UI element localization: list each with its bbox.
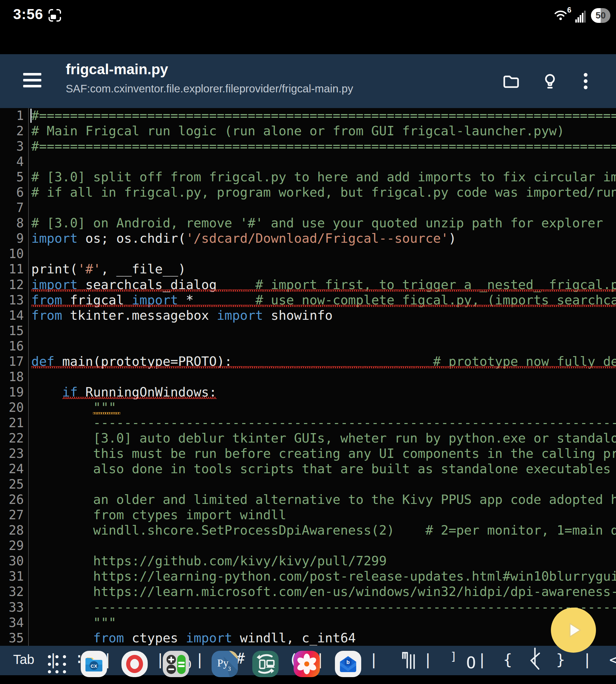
line-number: 31: [0, 569, 29, 584]
line-number: 9: [0, 231, 29, 246]
line-number: 20: [0, 400, 29, 415]
symbol-key[interactable]: |: [478, 649, 487, 669]
wifi-icon: [553, 8, 568, 21]
code-line[interactable]: 5# [3.0] split off from frigcal.py to he…: [0, 169, 616, 185]
file-title: frigcal-main.py: [66, 61, 353, 77]
play-icon: [560, 617, 587, 643]
symbol-key[interactable]: O: [466, 653, 476, 673]
bar-angle-symbol-key[interactable]: [528, 648, 542, 671]
symbol-key[interactable]: |: [195, 649, 204, 669]
app-icon-cx-file-explorer[interactable]: CX: [81, 651, 107, 677]
code-line[interactable]: 24 also done in tools scripts that are b…: [0, 461, 616, 477]
code-line[interactable]: 14from tkinter.messagebox import showinf…: [0, 308, 616, 323]
line-number: 23: [0, 446, 29, 461]
line-number: 15: [0, 323, 29, 339]
code-line[interactable]: 23 this must be run before creating any …: [0, 446, 616, 461]
tab-key[interactable]: Tab: [13, 649, 35, 669]
code-line[interactable]: 8# [3.0] on Android, remove '#' and use …: [0, 215, 616, 231]
svg-text:CX: CX: [91, 663, 97, 669]
screenshot-icon: [48, 8, 62, 23]
battery-percent: 50: [591, 8, 610, 23]
code-line[interactable]: 18: [0, 369, 616, 385]
code-line[interactable]: 26 an older and limited alternative to t…: [0, 492, 616, 507]
code-line[interactable]: 22 [3.0] auto deblur tkinter GUIs, whete…: [0, 431, 616, 446]
more-options-icon[interactable]: [582, 72, 589, 90]
code-line[interactable]: 7: [0, 200, 616, 215]
code-line[interactable]: 33 -------------------------------------…: [0, 600, 616, 615]
code-line[interactable]: 16: [0, 339, 616, 354]
app-icon-calculator[interactable]: [163, 651, 189, 677]
symbol-key[interactable]: |: [423, 649, 433, 669]
folder-icon[interactable]: [502, 72, 519, 90]
code-line[interactable]: 25: [0, 477, 616, 492]
strokes-symbol-key[interactable]: [401, 650, 416, 670]
line-number: 10: [0, 246, 29, 261]
code-line[interactable]: 1#======================================…: [0, 108, 616, 123]
app-icon-opera[interactable]: [122, 651, 148, 677]
svg-text:Py: Py: [217, 657, 228, 669]
opera-o-logo: [126, 655, 143, 673]
line-number: 1: [0, 108, 29, 123]
text-cursor: [30, 109, 31, 123]
code-line[interactable]: 29: [0, 538, 616, 553]
symbol-key[interactable]: }: [556, 649, 565, 669]
error-squiggle: [93, 412, 120, 414]
code-line[interactable]: 20 """: [0, 400, 616, 415]
line-number: 25: [0, 477, 29, 492]
code-area[interactable]: 1#======================================…: [0, 108, 616, 646]
lightbulb-icon[interactable]: [541, 72, 559, 90]
symbol-key[interactable]: |: [369, 649, 378, 669]
app-icon-gallery[interactable]: [293, 651, 320, 677]
code-line[interactable]: 34 """: [0, 615, 616, 630]
code-line[interactable]: 32 https://learn.microsoft.com/en-us/win…: [0, 584, 616, 599]
code-line[interactable]: 3#======================================…: [0, 139, 616, 154]
symbol-key[interactable]: <: [610, 649, 616, 669]
code-line[interactable]: 30 https://github.com/kivy/kivy/pull/729…: [0, 553, 616, 569]
app-icon-device-sync[interactable]: [252, 651, 279, 677]
symbol-key[interactable]: |: [49, 649, 58, 669]
code-line[interactable]: 15: [0, 323, 616, 339]
code-line[interactable]: 27 from ctypes import windll: [0, 507, 616, 523]
code-line[interactable]: 19 if RunningOnWindows:: [0, 385, 616, 400]
app-icon-bluemail[interactable]: b: [335, 651, 361, 677]
app-icon-pydroid3[interactable]: Py 3: [212, 651, 238, 677]
line-number: 3: [0, 139, 29, 154]
run-button[interactable]: [551, 607, 596, 653]
code-line[interactable]: 13from frigcal import * # use now-comple…: [0, 293, 616, 308]
bottom-toolbar: Tab |:||O|#(|||]O|{}|<: [0, 646, 616, 675]
line-number: 29: [0, 538, 29, 553]
menu-icon[interactable]: [23, 73, 42, 91]
file-path: SAF:com.cxinventor.file.explorer.filepro…: [66, 82, 353, 95]
title-block: frigcal-main.py SAF:com.cxinventor.file.…: [66, 61, 353, 95]
line-number: 27: [0, 507, 29, 523]
code-line[interactable]: 6# if all in frigcal.py, program worked,…: [0, 185, 616, 200]
svg-text:b: b: [347, 659, 350, 665]
line-number: 34: [0, 615, 29, 630]
code-line[interactable]: 17def main(prototype=PROTO): # prototype…: [0, 354, 616, 369]
code-line[interactable]: 11print('#', __file__): [0, 261, 616, 277]
code-line[interactable]: 12import searchcals_dialog # import firs…: [0, 277, 616, 293]
error-squiggle: [31, 290, 616, 292]
line-number: 17: [0, 354, 29, 369]
symbol-key[interactable]: ]: [450, 646, 457, 666]
error-squiggle: [62, 397, 217, 399]
code-line[interactable]: 21 -------------------------------------…: [0, 415, 616, 431]
status-bar: 3:56 6 50: [0, 0, 616, 54]
symbol-key[interactable]: |: [583, 649, 592, 669]
error-squiggle: [31, 366, 616, 368]
code-line[interactable]: 4: [0, 154, 616, 169]
code-line[interactable]: 28 windll.shcore.SetProcessDpiAwareness(…: [0, 523, 616, 538]
line-number: 21: [0, 415, 29, 431]
signal-strength-icon: [575, 9, 587, 23]
line-number: 32: [0, 584, 29, 599]
wifi-generation-label: 6: [567, 6, 571, 15]
code-line[interactable]: 35 from ctypes import windll, c_int64: [0, 630, 616, 646]
error-squiggle: [31, 305, 616, 307]
code-line[interactable]: 10: [0, 246, 616, 261]
line-number: 6: [0, 185, 29, 200]
code-line[interactable]: 9import os; os.chdir('/sdcard/Download/F…: [0, 231, 616, 246]
line-number: 24: [0, 461, 29, 477]
symbol-key[interactable]: {: [503, 649, 512, 669]
code-line[interactable]: 2# Main Frigcal run logic (run alone or …: [0, 123, 616, 139]
code-line[interactable]: 31 https://learning-python.com/post-rele…: [0, 569, 616, 584]
